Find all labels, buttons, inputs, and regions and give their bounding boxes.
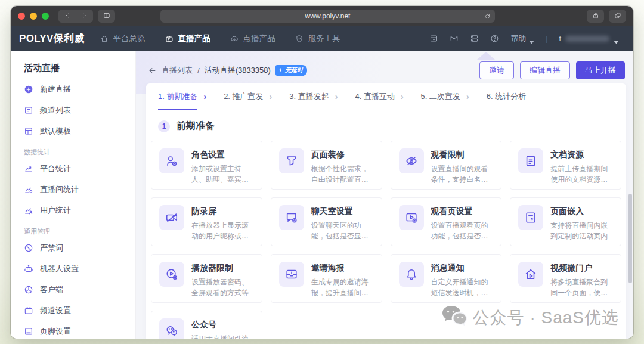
nav-item-label: 服务工具 — [308, 33, 340, 44]
feature-card[interactable]: 页面装修根据个性化需求，自由设计配置直播间元素。支持自... — [271, 141, 382, 190]
section-number-badge: 1 — [158, 120, 170, 132]
card-description: 提前上传直播期间使用的文档资源，减少直播中的失... — [550, 163, 613, 185]
start-live-button[interactable]: 马上开播 — [576, 61, 625, 79]
card-title: 视频微门户 — [550, 263, 613, 274]
sidebar-item-label: 频道设置 — [40, 305, 71, 316]
invite-button[interactable]: 邀请 — [479, 61, 514, 79]
chevron-right-icon: › — [270, 92, 273, 101]
back-arrow-icon[interactable] — [148, 66, 157, 75]
question-icon[interactable] — [490, 34, 499, 43]
sidebar-item[interactable]: 平台统计 — [24, 158, 135, 179]
chevron-right-icon: › — [203, 92, 206, 101]
username-redacted — [565, 36, 609, 42]
sidebar-group-label: 数据统计 — [24, 148, 135, 157]
mail-icon[interactable] — [450, 34, 459, 43]
chevron-left-icon — [64, 12, 71, 21]
sidebar-item[interactable]: 默认模板 — [24, 120, 135, 141]
channel-settings-icon — [24, 306, 33, 315]
sidebar-item[interactable]: 页脚设置 — [24, 321, 135, 339]
workflow-tab-2[interactable]: 2. 推广宣发› — [224, 83, 272, 110]
edit-live-button[interactable]: 编辑直播 — [520, 61, 570, 79]
sidebar-item[interactable]: 新建直播 — [24, 79, 135, 100]
card-description: 设置直播间的观看条件，支持白名单、报名观看、验... — [431, 163, 494, 185]
app-navbar: POLYV保利威 平台总览直播产品点播产品服务工具 帮助 | t — [11, 26, 633, 51]
back-button[interactable] — [58, 10, 76, 23]
feature-card[interactable]: 文档资源提前上传直播期间使用的文档资源，减少直播中的失... — [510, 141, 621, 190]
breadcrumb-separator: / — [197, 66, 200, 75]
sidebar-item[interactable]: 客户端 — [24, 279, 135, 300]
feature-card[interactable]: 页面嵌入支持将直播间内嵌到定制的活动页内 — [510, 197, 621, 246]
nav-item-4[interactable]: 服务工具 — [295, 33, 340, 44]
sidebar-item[interactable]: 直播间统计 — [24, 179, 135, 200]
cloud-icon — [230, 35, 239, 43]
wechat-icon — [159, 318, 184, 339]
tab-label: 3. 直播发起 — [289, 83, 329, 110]
server-icon[interactable] — [470, 34, 479, 43]
sidebar-item[interactable]: 严禁词 — [24, 237, 135, 258]
help-label: 帮助 — [510, 33, 526, 44]
sidebar: 活动直播 新建直播频道列表默认模板数据统计平台统计直播间统计用户统计通用管理严禁… — [11, 51, 136, 339]
help-menu[interactable]: 帮助 — [510, 33, 534, 44]
maximize-window-icon[interactable] — [42, 13, 49, 20]
archive-icon[interactable] — [429, 34, 438, 43]
breadcrumb: 直播列表 / 活动直播(3833358) 无延时 — [148, 65, 307, 76]
card-description: 根据个性化需求，自由设计配置直播间元素。支持自... — [311, 163, 374, 185]
sidebar-toggle-button[interactable] — [98, 10, 115, 23]
card-title: 防录屏 — [191, 206, 254, 217]
tabs-overview-button[interactable] — [609, 10, 626, 23]
workflow-tab-3[interactable]: 3. 直播发起› — [289, 83, 338, 110]
card-title: 页面嵌入 — [550, 206, 613, 217]
sidebar-item[interactable]: 频道设置 — [24, 300, 135, 321]
chevron-down-icon — [529, 37, 534, 41]
feature-card[interactable]: 防录屏在播放器上显示滚动的用户昵称或固定文字，达到防... — [151, 197, 262, 246]
feature-cards-grid: 角色设置添加或设置主持人、助理、嘉宾的信息。以及新增助...页面装修根据个性化需… — [151, 141, 621, 339]
feature-card[interactable]: 邀请海报生成专属的邀请海报，提升直播间分享裂变的效果 — [271, 254, 382, 303]
sidebar-item[interactable]: 用户统计 — [24, 200, 135, 221]
chevron-down-icon — [614, 37, 619, 41]
card-title: 文档资源 — [550, 150, 613, 160]
breadcrumb-parent[interactable]: 直播列表 — [162, 65, 193, 76]
forward-button[interactable] — [76, 10, 93, 23]
polyv-logo[interactable]: POLYV保利威 — [19, 32, 84, 45]
card-title: 聊天室设置 — [311, 206, 374, 217]
feature-card[interactable]: 视频微门户将多场直播聚合到同一个页面，便于活动前期的宣发... — [510, 254, 621, 303]
card-title: 观看限制 — [431, 150, 494, 160]
card-description: 自定义开播通知的短信发送时机，观众预约直播后，... — [431, 277, 494, 298]
sidebar-item-label: 平台统计 — [40, 163, 71, 174]
feature-card[interactable]: 观看限制设置直播间的观看条件，支持白名单、报名观看、验... — [391, 141, 502, 190]
sidebar-group-label: 通用管理 — [24, 227, 135, 236]
feature-card[interactable]: 观看页设置设置直播观看页的功能，包括是否允许移动端观看等 — [391, 197, 502, 246]
scrollbar-thumb[interactable] — [628, 194, 632, 283]
reload-icon[interactable] — [484, 13, 491, 20]
share-button[interactable] — [587, 10, 604, 23]
nav-item-2[interactable]: 直播产品 — [165, 33, 210, 44]
address-bar[interactable]: www.polyv.net — [160, 10, 495, 23]
feature-card[interactable]: 公众号适用于直播间引流至公众号或客服，沉淀用户至私域... — [151, 311, 262, 339]
plus-circle-icon — [24, 85, 33, 94]
client-icon — [24, 285, 33, 295]
live-icon — [165, 35, 174, 43]
sidebar-item-label: 新建直播 — [40, 84, 71, 95]
feature-card[interactable]: 角色设置添加或设置主持人、助理、嘉宾的信息。以及新增助... — [151, 141, 262, 190]
tabs-icon — [614, 12, 621, 21]
minimize-window-icon[interactable] — [30, 13, 37, 20]
feature-card[interactable]: 聊天室设置设置聊天区的功能，包括是否显示欢迎语、是否支持... — [271, 197, 382, 246]
decorate-icon — [279, 148, 304, 173]
close-window-icon[interactable] — [18, 13, 25, 20]
embed-icon — [518, 205, 543, 230]
tab-label: 6. 统计分析 — [487, 83, 526, 110]
workflow-tab-4[interactable]: 4. 直播互动› — [355, 83, 403, 110]
nav-item-3[interactable]: 点播产品 — [230, 33, 275, 44]
sidebar-item[interactable]: 频道列表 — [24, 100, 135, 120]
workflow-tab-5[interactable]: 5. 二次宣发› — [421, 83, 469, 110]
user-menu[interactable]: t — [559, 34, 619, 43]
content-header: 直播列表 / 活动直播(3833358) 无延时 邀请 编辑直播 马上开播 — [136, 51, 633, 79]
card-title: 消息通知 — [431, 263, 494, 274]
doc-icon — [518, 148, 543, 173]
feature-card[interactable]: 播放器限制设置播放器密码、全屏观看的方式等 — [151, 254, 262, 303]
workflow-tab-6[interactable]: 6. 统计分析 — [487, 83, 526, 110]
nav-item-1[interactable]: 平台总览 — [100, 33, 145, 44]
sidebar-item[interactable]: 机器人设置 — [24, 258, 135, 279]
workflow-tab-1[interactable]: 1. 前期准备› — [158, 83, 206, 110]
feature-card[interactable]: 消息通知自定义开播通知的短信发送时机，观众预约直播后，... — [391, 254, 502, 303]
